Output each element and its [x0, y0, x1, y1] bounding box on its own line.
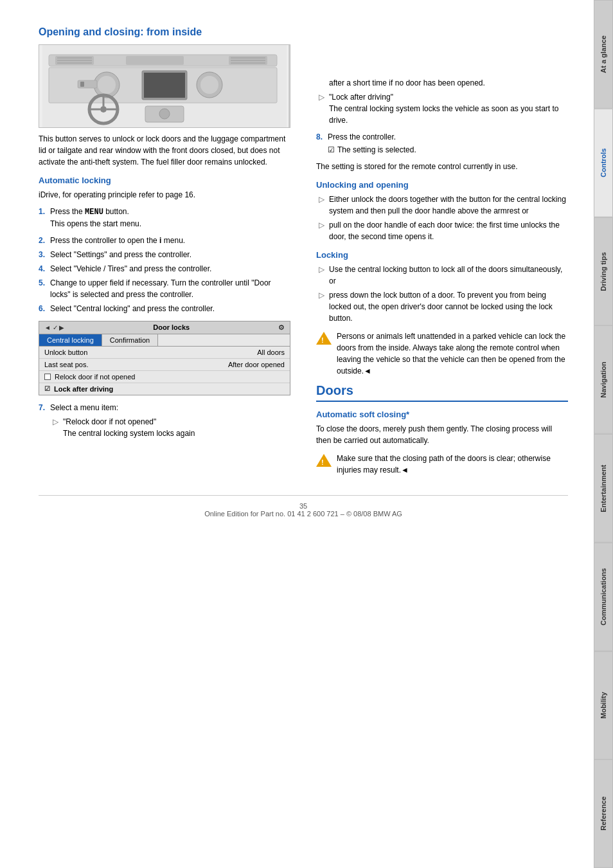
- sidebar-item-communications[interactable]: Communications: [594, 543, 613, 651]
- svg-point-13: [98, 76, 116, 94]
- left-column: Opening and closing: from inside: [39, 26, 297, 482]
- svg-rect-5: [57, 62, 92, 64]
- svg-rect-10: [231, 62, 265, 64]
- idrive-tab-central-locking[interactable]: Central locking: [39, 334, 102, 346]
- doors-title: Doors: [316, 383, 568, 402]
- bullet-relock: ▷ "Relock door if not opened"The central…: [50, 416, 290, 439]
- locking-warning: Persons or animals left unattended in a …: [316, 330, 568, 377]
- idrive-row-lock-after-driving: ☑ Lock after driving: [39, 383, 290, 395]
- svg-rect-26: [80, 82, 84, 87]
- checkmark-icon: ☑: [44, 385, 50, 392]
- intro-text: This button serves to unlock or lock doo…: [39, 133, 290, 168]
- settings-icon: ⚙: [278, 323, 285, 332]
- check-setting-icon: ☑: [328, 144, 335, 156]
- locking-warning-text: Persons or animals left unattended in a …: [337, 330, 568, 377]
- locking-title: Locking: [316, 250, 568, 260]
- svg-point-15: [200, 76, 218, 94]
- step-7-bullets: ▷ "Relock door if not opened"The central…: [50, 416, 290, 439]
- step-4: 4. Select "Vehicle / Tires" and press th…: [39, 263, 290, 275]
- steps-list: 1. Press the MENU button. This opens the…: [39, 206, 290, 314]
- page-footer: 35 Online Edition for Part no. 01 41 2 6…: [39, 495, 568, 518]
- sidebar-item-entertainment[interactable]: Entertainment: [594, 434, 613, 543]
- right-column: after a short time if no door has been o…: [310, 26, 568, 482]
- idrive-menu: ◄ ✓ ▶ Door locks ⚙ Central locking Confi…: [39, 321, 290, 395]
- svg-rect-3: [57, 57, 92, 59]
- unlocking-bullet-1: ▷ Either unlock the doors together with …: [316, 194, 568, 217]
- unlocking-opening-title: Unlocking and opening: [316, 180, 568, 190]
- idrive-tab-confirmation[interactable]: Confirmation: [102, 334, 158, 346]
- svg-point-19: [159, 109, 170, 119]
- soft-closing-warning-text: Make sure that the closing path of the d…: [337, 453, 568, 476]
- locking-bullet-1: ▷ Use the central locking button to lock…: [316, 264, 568, 287]
- sidebar-item-mobility[interactable]: Mobility: [594, 651, 613, 760]
- step-8: 8. Press the controller. ☑ The setting i…: [316, 131, 568, 156]
- step-7-right-bullets: after a short time if no door has been o…: [316, 77, 568, 126]
- idrive-row-relock: Relock door if not opened: [39, 371, 290, 383]
- soft-closing-text: To close the doors, merely push them gen…: [316, 423, 568, 446]
- step-6: 6. Select "Central locking" and press th…: [39, 303, 290, 314]
- left-nav-arrows: ◄ ✓ ▶: [44, 324, 64, 331]
- svg-rect-4: [57, 60, 92, 61]
- menu-title: Door locks: [153, 323, 190, 331]
- step-7-list: 7. Select a menu item: ▷ "Relock door if…: [39, 402, 290, 443]
- warning-triangle-soft-icon: [316, 454, 332, 467]
- step-8-list: 8. Press the controller. ☑ The setting i…: [316, 131, 568, 156]
- soft-closing-warning: Make sure that the closing path of the d…: [316, 453, 568, 476]
- bullet-lock-after-driving: ▷ "Lock after driving"The central lockin…: [316, 91, 568, 126]
- two-col-layout: Opening and closing: from inside: [39, 26, 568, 482]
- sidebar-item-driving-tips[interactable]: Driving tips: [594, 217, 613, 326]
- sidebar-tabs: At a glance Controls Driving tips Naviga…: [594, 0, 613, 868]
- idrive-row-unlock-button: Unlock button All doors: [39, 347, 290, 359]
- sidebar-item-navigation[interactable]: Navigation: [594, 325, 613, 434]
- idrive-row-last-seat: Last seat pos. After door opened: [39, 359, 290, 371]
- step-5: 5. Change to upper field if necessary. T…: [39, 277, 290, 300]
- relock-checkbox[interactable]: [44, 374, 51, 380]
- svg-rect-17: [144, 73, 185, 98]
- car-image: [39, 44, 290, 128]
- sidebar-item-controls[interactable]: Controls: [594, 109, 613, 217]
- setting-stored-text: The setting is stored for the remote con…: [316, 161, 568, 172]
- step-3: 3. Select "Settings" and press the contr…: [39, 249, 290, 260]
- doors-section: Doors Automatic soft closing* To close t…: [316, 383, 568, 476]
- unlocking-bullet-2: ▷ pull on the door handle of each door t…: [316, 219, 568, 242]
- warning-triangle-icon: [316, 332, 332, 345]
- idrive-menu-header: ◄ ✓ ▶ Door locks ⚙: [39, 321, 290, 334]
- page-number: 35: [299, 502, 307, 510]
- sidebar-item-reference[interactable]: Reference: [594, 759, 613, 868]
- sidebar-item-at-a-glance[interactable]: At a glance: [594, 0, 613, 109]
- image-caption-line: [289, 45, 290, 127]
- svg-rect-6: [126, 56, 184, 65]
- svg-rect-9: [231, 60, 265, 61]
- menu-label: MENU: [85, 208, 103, 217]
- soft-closing-title: Automatic soft closing*: [316, 410, 568, 419]
- step-1: 1. Press the MENU button. This opens the…: [39, 206, 290, 232]
- svg-rect-8: [231, 57, 265, 59]
- footer-text: Online Edition for Part no. 01 41 2 600 …: [204, 510, 402, 518]
- main-content: Opening and closing: from inside: [0, 0, 594, 543]
- svg-point-21: [100, 106, 107, 113]
- locking-bullets: ▷ Use the central locking button to lock…: [316, 264, 568, 324]
- unlocking-bullets: ▷ Either unlock the doors together with …: [316, 194, 568, 242]
- step-2: 2. Press the controller to open the i me…: [39, 235, 290, 246]
- idrive-tabs: Central locking Confirmation: [39, 334, 290, 347]
- idrive-reference: iDrive, for operating principle refer to…: [39, 189, 290, 201]
- bullet-after-short-time: after a short time if no door has been o…: [316, 77, 568, 89]
- automatic-locking-title: Automatic locking: [39, 176, 290, 185]
- section-title-opening-closing: Opening and closing: from inside: [39, 26, 290, 39]
- locking-bullet-2: ▷ press down the lock button of a door. …: [316, 289, 568, 324]
- step-7: 7. Select a menu item: ▷ "Relock door if…: [39, 402, 290, 443]
